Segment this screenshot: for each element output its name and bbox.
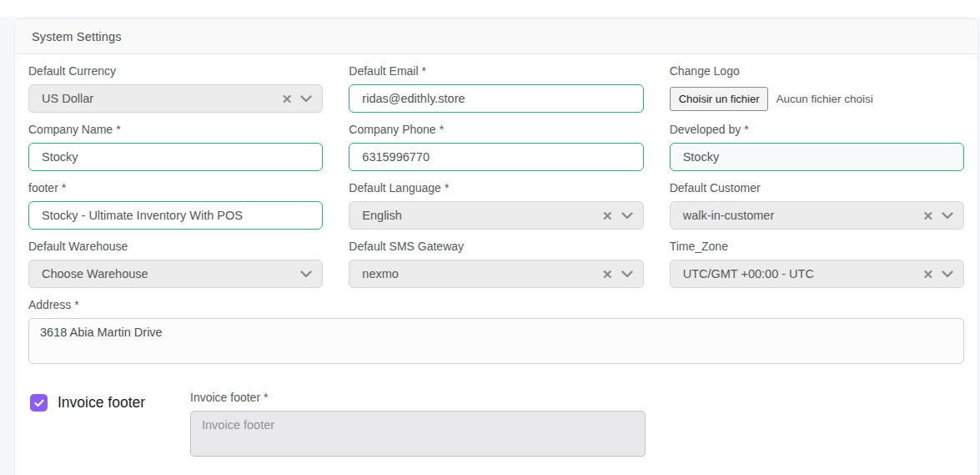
clear-icon[interactable]: ✕ [922, 268, 933, 280]
default-currency-select[interactable]: US Dollar ✕ [28, 84, 323, 113]
address-label: Address* [28, 299, 964, 311]
default-currency-label: Default Currency [28, 65, 323, 77]
invoice-footer-toggle[interactable]: Invoice footer [28, 392, 190, 412]
default-warehouse-label: Default Warehouse [28, 240, 323, 252]
company-name-label: Company Name* [28, 124, 323, 135]
invoice-footer-textarea[interactable] [190, 411, 646, 457]
default-sms-gateway-value: nexmo [362, 267, 399, 280]
time-zone-select[interactable]: UTC/GMT +00:00 - UTC ✕ [670, 260, 964, 288]
default-language-value: English [362, 209, 402, 222]
company-name-input[interactable] [28, 143, 323, 171]
invoice-footer-label: Invoice footer* [190, 392, 646, 403]
field-default-email: Default Email* [349, 65, 643, 113]
default-customer-label: Default Customer [670, 182, 964, 194]
default-customer-value: walk-in-customer [683, 209, 775, 222]
footer-label: footer* [28, 182, 323, 194]
default-email-input[interactable] [349, 84, 643, 113]
page-title: System Settings [32, 30, 122, 43]
card-header: System Settings [15, 19, 977, 54]
default-language-label: Default Language* [349, 182, 643, 194]
invoice-footer-row: Invoice footer Invoice footer* [28, 392, 964, 457]
default-sms-gateway-select[interactable]: nexmo ✕ [349, 260, 643, 288]
field-address: Address* 3618 Abia Martin Drive [28, 299, 964, 364]
check-icon [34, 399, 44, 407]
footer-input[interactable] [28, 201, 323, 230]
default-currency-value: US Dollar [42, 92, 93, 105]
default-language-select[interactable]: English ✕ [349, 201, 643, 230]
chevron-down-icon[interactable] [300, 270, 312, 278]
choose-file-button[interactable]: Choisir un fichier [670, 87, 769, 111]
address-textarea[interactable]: 3618 Abia Martin Drive [28, 318, 964, 364]
chevron-down-icon[interactable] [621, 212, 633, 220]
field-default-sms-gateway: Default SMS Gateway nexmo ✕ [349, 240, 643, 288]
field-default-currency: Default Currency US Dollar ✕ [28, 65, 323, 113]
chevron-down-icon[interactable] [621, 270, 633, 278]
clear-icon[interactable]: ✕ [922, 210, 933, 222]
clear-icon[interactable]: ✕ [282, 93, 293, 105]
invoice-footer-checkbox[interactable] [30, 394, 48, 412]
field-invoice-footer: Invoice footer* [190, 392, 646, 457]
default-warehouse-select[interactable]: Choose Warehouse [28, 260, 323, 288]
field-default-language: Default Language* English ✕ [349, 182, 643, 230]
company-phone-input[interactable] [349, 143, 643, 171]
invoice-footer-toggle-label: Invoice footer [58, 394, 145, 412]
change-logo-label: Change Logo [670, 65, 964, 77]
chevron-down-icon[interactable] [300, 95, 312, 103]
clear-icon[interactable]: ✕ [602, 210, 613, 222]
field-developed-by: Developed by* [670, 124, 964, 171]
time-zone-label: Time_Zone [670, 240, 964, 252]
field-company-name: Company Name* [28, 124, 323, 171]
system-settings-card: System Settings Default Currency US Doll… [14, 18, 978, 475]
field-default-customer: Default Customer walk-in-customer ✕ [670, 182, 964, 230]
field-default-warehouse: Default Warehouse Choose Warehouse [28, 240, 323, 288]
field-change-logo: Change Logo Choisir un fichier Aucun fic… [670, 65, 964, 113]
time-zone-value: UTC/GMT +00:00 - UTC [683, 267, 814, 280]
default-warehouse-value: Choose Warehouse [42, 267, 148, 280]
clear-icon[interactable]: ✕ [602, 268, 613, 280]
field-time-zone: Time_Zone UTC/GMT +00:00 - UTC ✕ [670, 240, 964, 288]
default-email-label: Default Email* [349, 65, 643, 77]
card-body: Default Currency US Dollar ✕ Default Ema… [15, 54, 977, 457]
developed-by-label: Developed by* [670, 124, 964, 135]
chevron-down-icon[interactable] [942, 212, 953, 220]
chevron-down-icon[interactable] [942, 270, 953, 278]
developed-by-input[interactable] [670, 143, 964, 171]
default-customer-select[interactable]: walk-in-customer ✕ [670, 201, 964, 230]
company-phone-label: Company Phone* [349, 124, 643, 135]
file-status-text: Aucun fichier choisi [776, 93, 872, 105]
field-company-phone: Company Phone* [349, 124, 643, 171]
field-footer: footer* [28, 182, 323, 230]
default-sms-gateway-label: Default SMS Gateway [349, 240, 643, 252]
